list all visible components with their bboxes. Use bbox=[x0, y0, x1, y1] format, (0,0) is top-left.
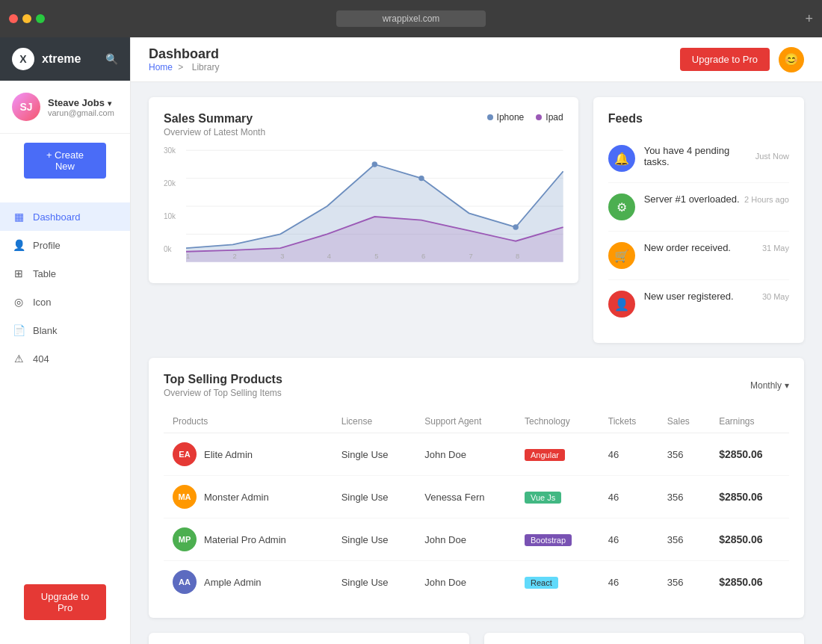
tickets-cell: 46 bbox=[599, 476, 658, 518]
recent-comments-card: Recent Comments J James Anderson Lorem I… bbox=[149, 633, 469, 644]
table-row: EA Elite Admin Single Use John Doe Angul… bbox=[164, 433, 789, 476]
product-avatar: MA bbox=[173, 485, 197, 509]
feed-content-1: Server #1 overloaded. 2 Hours ago bbox=[644, 193, 789, 205]
user-email: varun@gmail.com bbox=[48, 108, 118, 117]
product-avatar: MP bbox=[173, 527, 197, 551]
feed-avatar-3: 👤 bbox=[608, 291, 635, 318]
warning-icon: ⚠ bbox=[12, 352, 25, 365]
sidebar-item-404[interactable]: ⚠ 404 bbox=[0, 344, 130, 373]
svg-text:3: 3 bbox=[280, 253, 284, 260]
sidebar-header: X xtreme 🔍 bbox=[0, 37, 130, 81]
chart-wrapper: 30k 20k 10k 0k bbox=[164, 146, 563, 268]
product-cell: MA Monster Admin bbox=[164, 476, 333, 518]
main-content: Dashboard Home > Library Upgrade to Pro … bbox=[131, 37, 822, 644]
col-products: Products bbox=[164, 410, 333, 433]
browser-chrome: wrappixel.com + bbox=[0, 0, 822, 37]
feed-text-3: New user registered. bbox=[644, 291, 734, 302]
table-body: EA Elite Admin Single Use John Doe Angul… bbox=[164, 433, 789, 604]
app-wrapper: X xtreme 🔍 SJ Steave Jobs ▾ varun@gmail.… bbox=[0, 37, 822, 644]
sidebar: X xtreme 🔍 SJ Steave Jobs ▾ varun@gmail.… bbox=[0, 37, 131, 644]
recent-comments-col: Recent Comments J James Anderson Lorem I… bbox=[149, 633, 469, 644]
url-bar[interactable]: wrappixel.com bbox=[336, 10, 486, 27]
sidebar-item-blank[interactable]: 📄 Blank bbox=[0, 316, 130, 344]
license-cell: Single Use bbox=[333, 518, 416, 561]
search-icon[interactable]: 🔍 bbox=[105, 53, 118, 65]
legend-label-ipad: Ipad bbox=[546, 112, 563, 123]
chart-area: 1 2 3 4 5 6 7 8 bbox=[186, 146, 563, 268]
products-table: Products License Support Agent Technolog… bbox=[164, 410, 789, 603]
legend-ipad: Ipad bbox=[536, 112, 563, 123]
topbar-avatar[interactable]: 😊 bbox=[779, 47, 804, 72]
tech-cell: Bootstrap bbox=[516, 518, 599, 561]
feeds-title: Feeds bbox=[608, 112, 789, 126]
temp-guide-card: Temp Guide 🌦 73° Saturday Ahmedabad, Ind… bbox=[484, 633, 805, 644]
top-selling-body: Top Selling Products Overview of Top Sel… bbox=[149, 358, 804, 618]
earnings-cell: $2850.06 bbox=[710, 518, 789, 561]
create-new-button[interactable]: + Create New bbox=[24, 143, 106, 179]
row-2: Top Selling Products Overview of Top Sel… bbox=[149, 358, 804, 618]
product-name: Elite Admin bbox=[204, 449, 253, 460]
chart-title: Sales Summary bbox=[164, 112, 265, 126]
agent-cell: John Doe bbox=[415, 518, 516, 561]
sidebar-nav: ▦ Dashboard 👤 Profile ⊞ Table ◎ Icon 📄 B… bbox=[0, 193, 130, 584]
breadcrumb-home[interactable]: Home bbox=[149, 62, 173, 72]
browser-dots bbox=[9, 14, 45, 23]
sidebar-item-label: Blank bbox=[33, 325, 58, 336]
period-select[interactable]: Monthly ▾ bbox=[750, 380, 789, 391]
temp-guide-body: Temp Guide 🌦 73° Saturday Ahmedabad, Ind… bbox=[484, 633, 805, 644]
minimize-dot[interactable] bbox=[22, 14, 31, 23]
content-area: Sales Summary Overview of Latest Month I… bbox=[131, 82, 822, 644]
sales-cell: 356 bbox=[658, 476, 710, 518]
sidebar-item-icon[interactable]: ◎ Icon bbox=[0, 288, 130, 316]
table-row: MP Material Pro Admin Single Use John Do… bbox=[164, 518, 789, 561]
row-3: Recent Comments J James Anderson Lorem I… bbox=[149, 633, 804, 644]
sales-cell: 356 bbox=[658, 561, 710, 604]
sidebar-item-dashboard[interactable]: ▦ Dashboard bbox=[0, 202, 130, 231]
upgrade-pro-sidebar-button[interactable]: Upgrade to Pro bbox=[24, 584, 106, 620]
sidebar-item-profile[interactable]: 👤 Profile bbox=[0, 231, 130, 259]
license-cell: Single Use bbox=[333, 476, 416, 518]
chart-yaxis: 30k 20k 10k 0k bbox=[164, 146, 186, 268]
tech-badge: Vue Js bbox=[525, 492, 561, 504]
tech-badge: Bootstrap bbox=[525, 534, 572, 546]
feed-row-0: You have 4 pending tasks. Just Now bbox=[644, 145, 789, 167]
upgrade-pro-button[interactable]: Upgrade to Pro bbox=[680, 48, 770, 71]
tickets-cell: 46 bbox=[599, 518, 658, 561]
svg-text:4: 4 bbox=[327, 253, 331, 260]
top-selling-card: Top Selling Products Overview of Top Sel… bbox=[149, 358, 804, 618]
svg-text:5: 5 bbox=[374, 253, 378, 260]
sales-cell: 356 bbox=[658, 518, 710, 561]
feed-item-3: 👤 New user registered. 30 May bbox=[608, 280, 789, 328]
col-earnings: Earnings bbox=[710, 410, 789, 433]
add-tab-button[interactable]: + bbox=[805, 11, 813, 27]
sidebar-item-table[interactable]: ⊞ Table bbox=[0, 259, 130, 288]
agent-cell: John Doe bbox=[415, 433, 516, 476]
close-dot[interactable] bbox=[9, 14, 18, 23]
topbar: Dashboard Home > Library Upgrade to Pro … bbox=[131, 37, 822, 82]
top-selling-col: Top Selling Products Overview of Top Sel… bbox=[149, 358, 804, 618]
temp-guide-col: Temp Guide 🌦 73° Saturday Ahmedabad, Ind… bbox=[484, 633, 805, 644]
breadcrumb: Home > Library bbox=[149, 62, 222, 72]
tech-cell: Angular bbox=[516, 433, 599, 476]
maximize-dot[interactable] bbox=[36, 14, 45, 23]
feed-time-2: 31 May bbox=[762, 244, 789, 253]
sidebar-brand: xtreme bbox=[42, 52, 81, 66]
sidebar-item-label: 404 bbox=[33, 353, 49, 365]
top-selling-subtitle: Overview of Top Selling Items bbox=[164, 388, 282, 398]
product-cell: EA Elite Admin bbox=[164, 433, 333, 476]
user-name: Steave Jobs ▾ bbox=[48, 97, 118, 108]
svg-point-5 bbox=[418, 176, 424, 181]
feed-item-0: 🔔 You have 4 pending tasks. Just Now bbox=[608, 134, 789, 183]
dashboard-icon: ▦ bbox=[12, 210, 25, 223]
sidebar-item-label: Dashboard bbox=[33, 211, 81, 223]
feed-text-2: New order received. bbox=[644, 242, 731, 253]
earnings-cell: $2850.06 bbox=[710, 561, 789, 604]
col-sales: Sales bbox=[658, 410, 710, 433]
svg-text:7: 7 bbox=[469, 253, 472, 260]
profile-icon: 👤 bbox=[12, 238, 25, 252]
feed-item-1: ⚙ Server #1 overloaded. 2 Hours ago bbox=[608, 183, 789, 232]
chart-svg: 1 2 3 4 5 6 7 8 bbox=[186, 146, 563, 266]
chart-titles: Sales Summary Overview of Latest Month bbox=[164, 112, 265, 137]
product-name: Ample Admin bbox=[204, 577, 262, 588]
chevron-down-icon: ▾ bbox=[785, 380, 789, 391]
